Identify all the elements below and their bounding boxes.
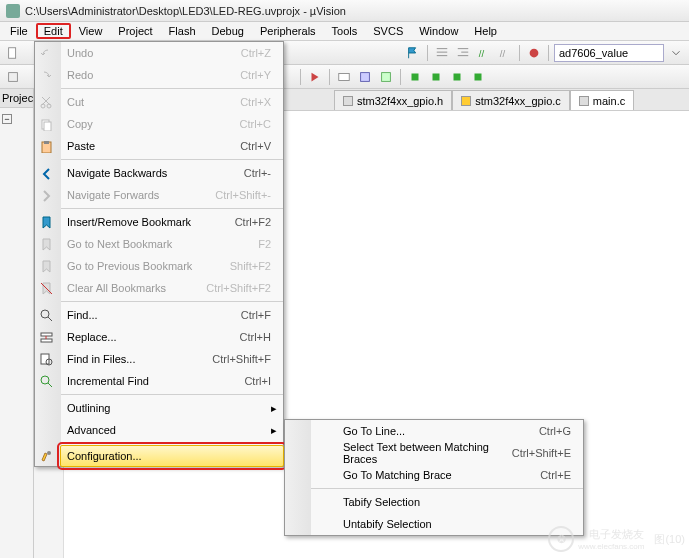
replace-icon <box>38 329 54 345</box>
menuitem-label: Go To Matching Brace <box>337 469 540 481</box>
bookmark-next-icon <box>38 236 54 252</box>
copy-icon <box>38 116 54 132</box>
config-icon[interactable] <box>335 68 353 86</box>
menuitem-configuration-[interactable]: Configuration... <box>60 445 284 467</box>
menubar-item-edit[interactable]: Edit <box>36 23 71 39</box>
menuitem-label: Cut <box>61 96 240 108</box>
indent-icon[interactable] <box>433 44 451 62</box>
menuitem-insert-remove-bookmark[interactable]: Insert/Remove BookmarkCtrl+F2 <box>61 211 283 233</box>
menubar-item-flash[interactable]: Flash <box>161 23 204 39</box>
svg-rect-9 <box>433 73 440 80</box>
tab-stm32f4xx_gpio-c[interactable]: stm32f4xx_gpio.c <box>452 90 570 110</box>
tab-stm32f4xx_gpio-h[interactable]: stm32f4xx_gpio.h <box>334 90 452 110</box>
menuitem-shortcut: Ctrl+- <box>244 167 283 179</box>
build-icon[interactable] <box>4 68 22 86</box>
svg-rect-8 <box>412 73 419 80</box>
svg-rect-5 <box>339 73 350 80</box>
menu-separator <box>61 394 283 395</box>
menubar-item-peripherals[interactable]: Peripherals <box>252 23 324 39</box>
menuitem-outlining[interactable]: Outlining▸ <box>61 397 283 419</box>
svg-rect-10 <box>454 73 461 80</box>
svg-rect-11 <box>475 73 482 80</box>
flag-icon[interactable] <box>404 44 422 62</box>
green4-icon[interactable] <box>469 68 487 86</box>
svg-rect-7 <box>382 72 391 81</box>
svg-rect-20 <box>41 339 52 342</box>
nav-fwd-icon <box>38 187 54 203</box>
menuitem-navigate-backwards[interactable]: Navigate BackwardsCtrl+- <box>61 162 283 184</box>
svg-point-23 <box>41 376 49 384</box>
green1-icon[interactable] <box>406 68 424 86</box>
menubar-item-help[interactable]: Help <box>466 23 505 39</box>
manage-icon[interactable] <box>377 68 395 86</box>
svg-rect-4 <box>9 72 18 81</box>
menuitem-incremental-find[interactable]: Incremental FindCtrl+I <box>61 370 283 392</box>
menubar-item-svcs[interactable]: SVCS <box>365 23 411 39</box>
menuitem-label: Configuration... <box>61 450 283 462</box>
svg-text://: // <box>479 47 485 58</box>
menuitem-undo: UndoCtrl+Z <box>61 42 283 64</box>
menubar-item-file[interactable]: File <box>2 23 36 39</box>
menuitem-shortcut: Ctrl+Shift+F2 <box>206 282 283 294</box>
submenu-item-untabify-selection[interactable]: Untabify Selection <box>311 513 583 535</box>
tab-main-c[interactable]: main.c <box>570 90 634 110</box>
menuitem-label: Navigate Backwards <box>61 167 244 179</box>
menuitem-find-[interactable]: Find...Ctrl+F <box>61 304 283 326</box>
menuitem-clear-all-bookmarks: Clear All BookmarksCtrl+Shift+F2 <box>61 277 283 299</box>
menuitem-label: Paste <box>61 140 240 152</box>
inc-find-icon <box>38 373 54 389</box>
bookmark-icon <box>38 214 54 230</box>
search-input[interactable] <box>554 44 664 62</box>
uncomment-icon[interactable]: // <box>496 44 514 62</box>
edit-menu-dropdown: UndoCtrl+ZRedoCtrl+YCutCtrl+XCopyCtrl+CP… <box>34 41 284 467</box>
submenu-arrow-icon: ▸ <box>271 402 283 415</box>
green3-icon[interactable] <box>448 68 466 86</box>
menubar-item-debug[interactable]: Debug <box>204 23 252 39</box>
submenu-item-go-to-line-[interactable]: Go To Line...Ctrl+G <box>311 420 583 442</box>
menuitem-label: Insert/Remove Bookmark <box>61 216 235 228</box>
submenu-item-select-text-between-matching-braces[interactable]: Select Text between Matching BracesCtrl+… <box>311 442 583 464</box>
new-file-icon[interactable] <box>4 44 22 62</box>
undo-icon <box>38 45 54 61</box>
watermark-logo-icon: ✪ <box>548 526 574 552</box>
tab-label: stm32f4xx_gpio.c <box>475 95 561 107</box>
menuitem-label: Untabify Selection <box>337 518 583 530</box>
tree-collapse-icon[interactable]: − <box>2 114 12 124</box>
file-icon <box>579 96 589 106</box>
submenu-item-go-to-matching-brace[interactable]: Go To Matching BraceCtrl+E <box>311 464 583 486</box>
search-dropdown-icon[interactable] <box>667 44 685 62</box>
bookmark-clear-icon <box>38 280 54 296</box>
title-text: C:\Users\Administrator\Desktop\LED3\LED-… <box>25 5 346 17</box>
menubar: FileEditViewProjectFlashDebugPeripherals… <box>0 22 689 41</box>
menuitem-shortcut: Ctrl+F2 <box>235 216 283 228</box>
green2-icon[interactable] <box>427 68 445 86</box>
tab-label: main.c <box>593 95 625 107</box>
menuitem-label: Copy <box>61 118 240 130</box>
menu-separator <box>61 443 283 444</box>
marker-icon[interactable] <box>525 44 543 62</box>
menu-separator <box>61 208 283 209</box>
options-icon[interactable] <box>356 68 374 86</box>
debug-run-icon[interactable] <box>306 68 324 86</box>
menubar-item-view[interactable]: View <box>71 23 111 39</box>
project-panel: Projec... − <box>0 89 34 558</box>
menuitem-advanced[interactable]: Advanced▸ <box>61 419 283 441</box>
menuitem-paste[interactable]: PasteCtrl+V <box>61 135 283 157</box>
cut-icon <box>38 94 54 110</box>
submenu-item-tabify-selection[interactable]: Tabify Selection <box>311 491 583 513</box>
menuitem-shortcut: Ctrl+Shift+F <box>212 353 283 365</box>
menuitem-find-in-files-[interactable]: Find in Files...Ctrl+Shift+F <box>61 348 283 370</box>
svg-rect-19 <box>41 333 52 336</box>
menubar-item-project[interactable]: Project <box>110 23 160 39</box>
nav-back-icon <box>38 165 54 181</box>
outdent-icon[interactable] <box>454 44 472 62</box>
comment-icon[interactable]: // <box>475 44 493 62</box>
menubar-item-window[interactable]: Window <box>411 23 466 39</box>
menuitem-go-to-previous-bookmark: Go to Previous BookmarkShift+F2 <box>61 255 283 277</box>
svg-point-3 <box>530 48 539 57</box>
menuitem-shortcut: Ctrl+G <box>539 425 583 437</box>
menubar-item-tools[interactable]: Tools <box>324 23 366 39</box>
menuitem-shortcut: Shift+F2 <box>230 260 283 272</box>
menuitem-replace-[interactable]: Replace...Ctrl+H <box>61 326 283 348</box>
advanced-submenu: Go To Line...Ctrl+GSelect Text between M… <box>284 419 584 536</box>
